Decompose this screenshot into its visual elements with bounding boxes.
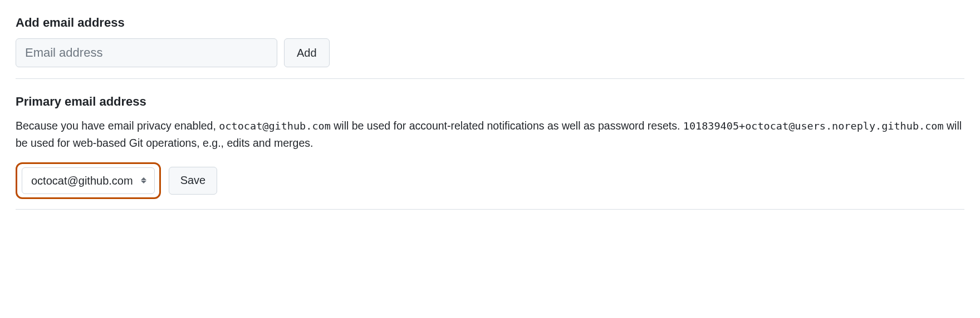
add-button[interactable]: Add [284,38,330,67]
chevron-updown-icon [141,176,149,186]
section-divider [16,78,964,79]
primary-email-description: Because you have email privacy enabled, … [16,117,964,151]
primary-email-title: Primary email address [16,92,964,111]
add-email-row: Add [16,38,964,67]
primary-email-select-row: octocat@github.com Save [16,162,964,199]
primary-email-select[interactable]: octocat@github.com [22,167,155,194]
add-email-title: Add email address [16,13,964,32]
highlighted-select-outline: octocat@github.com [16,162,161,199]
section-divider [16,209,964,210]
email-input[interactable] [16,38,277,67]
primary-email-selected-value: octocat@github.com [31,172,133,189]
desc-text: will be used for account-related notific… [331,120,683,132]
account-email-code: octocat@github.com [219,120,330,132]
noreply-email-code: 101839405+octocat@users.noreply.github.c… [683,120,944,132]
save-button[interactable]: Save [169,167,218,195]
desc-text: Because you have email privacy enabled, [16,120,219,132]
